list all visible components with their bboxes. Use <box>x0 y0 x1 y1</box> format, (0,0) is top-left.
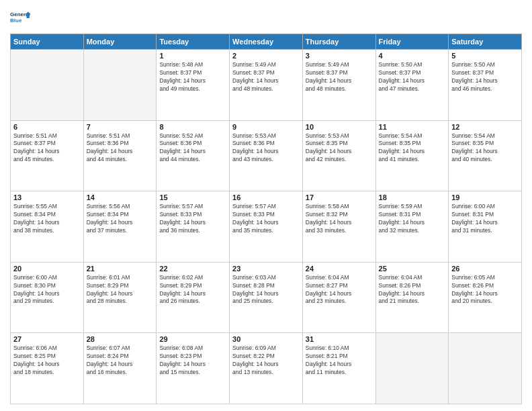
calendar-cell: 28Sunrise: 6:07 AM Sunset: 8:24 PM Dayli… <box>83 333 157 404</box>
calendar-cell <box>449 333 522 404</box>
calendar-cell: 7Sunrise: 5:51 AM Sunset: 8:36 PM Daylig… <box>83 120 157 191</box>
weekday-header: Thursday <box>302 34 375 50</box>
day-info: Sunrise: 5:56 AM Sunset: 8:34 PM Dayligh… <box>87 203 154 235</box>
day-info: Sunrise: 5:50 AM Sunset: 8:37 PM Dayligh… <box>379 61 446 93</box>
calendar-table: SundayMondayTuesdayWednesdayThursdayFrid… <box>10 34 522 404</box>
calendar-cell: 21Sunrise: 6:01 AM Sunset: 8:29 PM Dayli… <box>83 262 157 333</box>
calendar-week-row: 6Sunrise: 5:51 AM Sunset: 8:37 PM Daylig… <box>11 120 522 191</box>
weekday-header-row: SundayMondayTuesdayWednesdayThursdayFrid… <box>11 34 522 50</box>
day-number: 10 <box>306 123 373 131</box>
day-info: Sunrise: 6:06 AM Sunset: 8:25 PM Dayligh… <box>13 345 81 377</box>
day-info: Sunrise: 5:53 AM Sunset: 8:35 PM Dayligh… <box>306 132 373 165</box>
weekday-header: Friday <box>375 34 449 50</box>
day-number: 2 <box>232 52 300 60</box>
day-number: 26 <box>451 265 519 273</box>
day-number: 16 <box>232 193 300 201</box>
day-info: Sunrise: 6:05 AM Sunset: 8:26 PM Dayligh… <box>451 274 519 306</box>
day-info: Sunrise: 6:04 AM Sunset: 8:26 PM Dayligh… <box>379 274 446 306</box>
calendar-cell: 29Sunrise: 6:08 AM Sunset: 8:23 PM Dayli… <box>157 333 230 404</box>
calendar-cell: 31Sunrise: 6:10 AM Sunset: 8:21 PM Dayli… <box>302 333 375 404</box>
day-number: 15 <box>159 193 226 201</box>
day-number: 6 <box>13 123 81 131</box>
day-info: Sunrise: 6:07 AM Sunset: 8:24 PM Dayligh… <box>87 345 154 377</box>
day-info: Sunrise: 5:52 AM Sunset: 8:36 PM Dayligh… <box>159 132 226 165</box>
weekday-header: Wednesday <box>230 34 303 50</box>
day-info: Sunrise: 5:51 AM Sunset: 8:37 PM Dayligh… <box>13 132 81 165</box>
logo-svg: General Blue <box>10 7 32 28</box>
day-info: Sunrise: 5:57 AM Sunset: 8:33 PM Dayligh… <box>159 203 226 235</box>
day-number: 5 <box>451 52 519 60</box>
day-info: Sunrise: 5:51 AM Sunset: 8:36 PM Dayligh… <box>87 132 154 165</box>
day-number: 28 <box>87 335 154 343</box>
day-info: Sunrise: 6:01 AM Sunset: 8:29 PM Dayligh… <box>87 274 154 306</box>
calendar-cell: 4Sunrise: 5:50 AM Sunset: 8:37 PM Daylig… <box>375 50 449 121</box>
calendar-cell: 10Sunrise: 5:53 AM Sunset: 8:35 PM Dayli… <box>302 120 375 191</box>
day-info: Sunrise: 6:10 AM Sunset: 8:21 PM Dayligh… <box>306 345 373 377</box>
calendar-cell: 23Sunrise: 6:03 AM Sunset: 8:28 PM Dayli… <box>230 262 303 333</box>
calendar-week-row: 1Sunrise: 5:48 AM Sunset: 8:37 PM Daylig… <box>11 50 522 121</box>
day-number: 7 <box>87 123 154 131</box>
day-info: Sunrise: 5:48 AM Sunset: 8:37 PM Dayligh… <box>159 61 226 93</box>
calendar-cell: 16Sunrise: 5:57 AM Sunset: 8:33 PM Dayli… <box>230 191 303 263</box>
calendar-cell: 13Sunrise: 5:55 AM Sunset: 8:34 PM Dayli… <box>11 191 84 263</box>
calendar-body: 1Sunrise: 5:48 AM Sunset: 8:37 PM Daylig… <box>11 50 522 404</box>
day-info: Sunrise: 5:53 AM Sunset: 8:36 PM Dayligh… <box>232 132 300 165</box>
calendar-cell: 24Sunrise: 6:04 AM Sunset: 8:27 PM Dayli… <box>302 262 375 333</box>
day-info: Sunrise: 6:00 AM Sunset: 8:30 PM Dayligh… <box>13 274 81 306</box>
day-number: 27 <box>13 335 81 343</box>
day-number: 20 <box>13 265 81 273</box>
day-info: Sunrise: 6:09 AM Sunset: 8:22 PM Dayligh… <box>232 345 300 377</box>
calendar-cell: 22Sunrise: 6:02 AM Sunset: 8:29 PM Dayli… <box>157 262 230 333</box>
day-info: Sunrise: 5:49 AM Sunset: 8:37 PM Dayligh… <box>232 61 300 93</box>
calendar-cell: 17Sunrise: 5:58 AM Sunset: 8:32 PM Dayli… <box>302 191 375 263</box>
day-info: Sunrise: 6:03 AM Sunset: 8:28 PM Dayligh… <box>232 274 300 306</box>
day-number: 30 <box>232 335 300 343</box>
day-number: 23 <box>232 265 300 273</box>
calendar-cell: 18Sunrise: 5:59 AM Sunset: 8:31 PM Dayli… <box>375 191 449 263</box>
calendar-week-row: 20Sunrise: 6:00 AM Sunset: 8:30 PM Dayli… <box>11 262 522 333</box>
calendar-cell: 12Sunrise: 5:54 AM Sunset: 8:35 PM Dayli… <box>449 120 522 191</box>
calendar-cell <box>375 333 449 404</box>
calendar-week-row: 27Sunrise: 6:06 AM Sunset: 8:25 PM Dayli… <box>11 333 522 404</box>
weekday-header: Tuesday <box>157 34 230 50</box>
day-number: 13 <box>13 193 81 201</box>
calendar-header: SundayMondayTuesdayWednesdayThursdayFrid… <box>11 34 522 50</box>
calendar-cell: 20Sunrise: 6:00 AM Sunset: 8:30 PM Dayli… <box>11 262 84 333</box>
day-number: 9 <box>232 123 300 131</box>
day-info: Sunrise: 5:54 AM Sunset: 8:35 PM Dayligh… <box>451 132 519 165</box>
day-info: Sunrise: 6:00 AM Sunset: 8:31 PM Dayligh… <box>451 203 519 235</box>
calendar-cell: 5Sunrise: 5:50 AM Sunset: 8:37 PM Daylig… <box>449 50 522 121</box>
day-number: 14 <box>87 193 154 201</box>
weekday-header: Monday <box>83 34 157 50</box>
day-number: 22 <box>159 265 226 273</box>
day-info: Sunrise: 5:58 AM Sunset: 8:32 PM Dayligh… <box>306 203 373 235</box>
calendar-cell: 8Sunrise: 5:52 AM Sunset: 8:36 PM Daylig… <box>157 120 230 191</box>
calendar-cell: 19Sunrise: 6:00 AM Sunset: 8:31 PM Dayli… <box>449 191 522 263</box>
calendar-cell: 15Sunrise: 5:57 AM Sunset: 8:33 PM Dayli… <box>157 191 230 263</box>
day-number: 11 <box>379 123 446 131</box>
day-number: 25 <box>379 265 446 273</box>
day-number: 4 <box>379 52 446 60</box>
calendar-cell: 3Sunrise: 5:49 AM Sunset: 8:37 PM Daylig… <box>302 50 375 121</box>
page-header: General Blue <box>10 7 522 28</box>
day-number: 3 <box>306 52 373 60</box>
calendar-cell: 9Sunrise: 5:53 AM Sunset: 8:36 PM Daylig… <box>230 120 303 191</box>
day-number: 1 <box>159 52 226 60</box>
day-number: 21 <box>87 265 154 273</box>
calendar-cell <box>83 50 157 121</box>
calendar-cell: 25Sunrise: 6:04 AM Sunset: 8:26 PM Dayli… <box>375 262 449 333</box>
weekday-header: Saturday <box>449 34 522 50</box>
day-info: Sunrise: 6:04 AM Sunset: 8:27 PM Dayligh… <box>306 274 373 306</box>
day-number: 29 <box>159 335 226 343</box>
svg-text:Blue: Blue <box>10 17 22 24</box>
day-info: Sunrise: 5:50 AM Sunset: 8:37 PM Dayligh… <box>451 61 519 93</box>
day-info: Sunrise: 5:55 AM Sunset: 8:34 PM Dayligh… <box>13 203 81 235</box>
logo: General Blue <box>10 7 32 28</box>
day-number: 24 <box>306 265 373 273</box>
calendar-week-row: 13Sunrise: 5:55 AM Sunset: 8:34 PM Dayli… <box>11 191 522 263</box>
calendar-cell: 6Sunrise: 5:51 AM Sunset: 8:37 PM Daylig… <box>11 120 84 191</box>
calendar-cell: 26Sunrise: 6:05 AM Sunset: 8:26 PM Dayli… <box>449 262 522 333</box>
day-number: 19 <box>451 193 519 201</box>
day-info: Sunrise: 5:59 AM Sunset: 8:31 PM Dayligh… <box>379 203 446 235</box>
calendar-cell: 27Sunrise: 6:06 AM Sunset: 8:25 PM Dayli… <box>11 333 84 404</box>
